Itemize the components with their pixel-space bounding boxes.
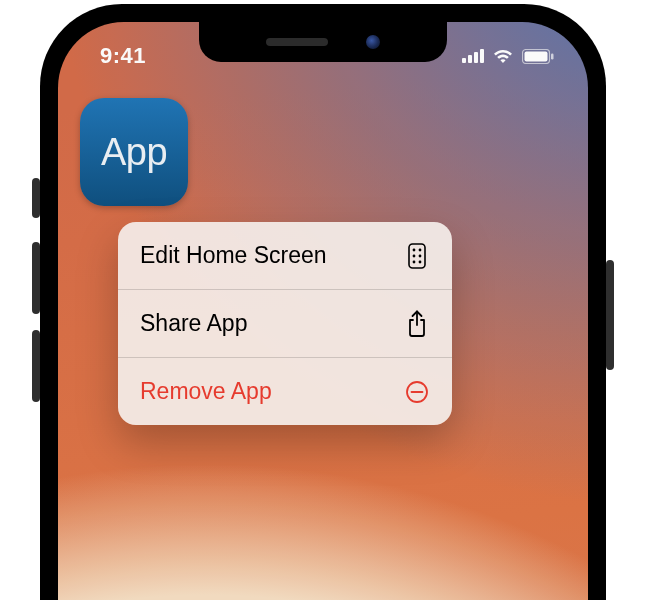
- share-icon: [404, 311, 430, 337]
- app-icon[interactable]: App: [80, 98, 188, 206]
- svg-point-6: [413, 254, 416, 257]
- svg-point-4: [413, 248, 416, 251]
- svg-point-8: [413, 260, 416, 263]
- menu-item-edit-home-screen[interactable]: Edit Home Screen: [118, 222, 452, 290]
- phone-mute-switch: [32, 178, 40, 218]
- svg-rect-3: [409, 244, 425, 268]
- phone-volume-up-button: [32, 242, 40, 314]
- svg-point-9: [419, 260, 422, 263]
- remove-icon: [404, 379, 430, 405]
- menu-item-label: Remove App: [140, 378, 272, 405]
- phone-frame: 9:41: [40, 4, 606, 600]
- app-icon-label: App: [101, 131, 167, 174]
- screenshot-stage: 9:41: [0, 0, 646, 600]
- phone-volume-down-button: [32, 330, 40, 402]
- menu-item-share-app[interactable]: Share App: [118, 290, 452, 358]
- app-context-menu: Edit Home Screen S: [118, 222, 452, 425]
- phone-power-button: [606, 260, 614, 370]
- menu-item-label: Share App: [140, 310, 247, 337]
- menu-item-remove-app[interactable]: Remove App: [118, 358, 452, 425]
- edit-apps-icon: [404, 243, 430, 269]
- menu-item-label: Edit Home Screen: [140, 242, 327, 269]
- svg-point-7: [419, 254, 422, 257]
- phone-screen: 9:41: [58, 22, 588, 600]
- svg-point-5: [419, 248, 422, 251]
